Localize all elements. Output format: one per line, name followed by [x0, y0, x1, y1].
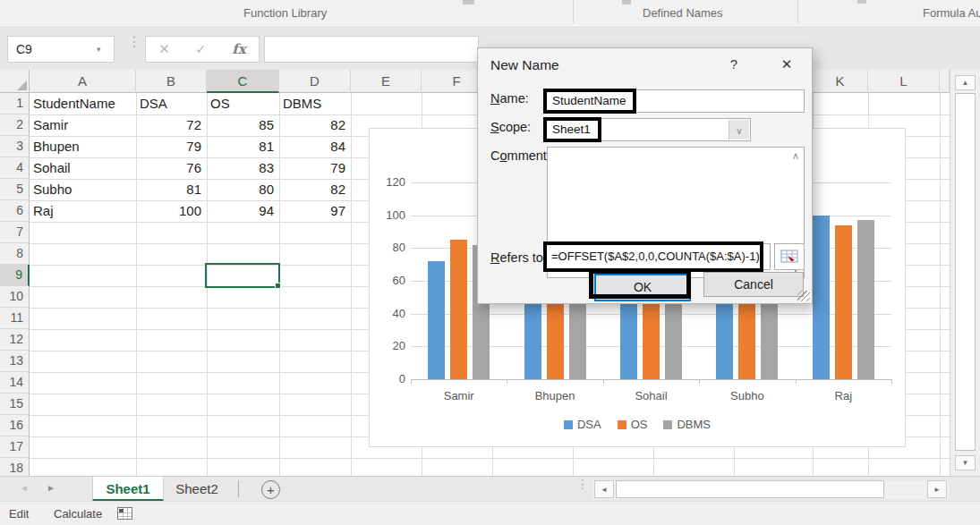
refers-to-value[interactable]: =OFFSET($A$2,0,0,COUNTA($A:$A)-1) [547, 245, 760, 267]
formula-input[interactable] [264, 36, 479, 63]
cell-D5[interactable]: 82 [279, 179, 350, 199]
column-header-a[interactable]: A [30, 70, 136, 93]
name-box-dropdown-icon[interactable]: ▾ [97, 45, 101, 54]
cell-B3[interactable]: 79 [136, 136, 206, 157]
cell-B2[interactable]: 72 [136, 114, 206, 135]
scroll-up-arrow-icon[interactable]: ▲ [955, 75, 976, 90]
fill-handle[interactable] [275, 283, 281, 289]
tab-sheet1[interactable]: Sheet1 [92, 477, 164, 502]
range-selector-icon [780, 250, 798, 264]
row-header-11[interactable]: 11 [0, 308, 30, 329]
bar-dsa-raj [813, 216, 830, 379]
scroll-right-arrow-icon[interactable]: ► [927, 480, 947, 498]
selected-cell-outline [205, 263, 280, 288]
vertical-scroll-thumb[interactable] [955, 93, 976, 451]
vertical-scrollbar[interactable]: ▲ ▼ [950, 70, 980, 476]
help-icon[interactable]: ? [725, 56, 743, 72]
scope-dropdown-icon[interactable]: ∨ [729, 120, 749, 140]
scope-value[interactable]: Sheet1 [547, 121, 598, 139]
cell-C5[interactable]: 80 [207, 179, 278, 199]
cell-C3[interactable]: 81 [207, 136, 278, 157]
add-sheet-button[interactable]: + [261, 480, 280, 499]
cell-A4[interactable]: Sohail [30, 157, 135, 178]
cell-D2[interactable]: 82 [279, 114, 350, 135]
cell-D6[interactable]: 97 [279, 200, 350, 221]
column-header-e[interactable]: E [351, 70, 422, 93]
cell-C2[interactable]: 85 [207, 114, 278, 135]
collapse-dialog-button[interactable] [774, 243, 805, 270]
cell-C1[interactable]: OS [207, 93, 278, 114]
tab-divider [238, 480, 239, 497]
formula-bar-splitter-icon[interactable]: ⋮ [127, 39, 141, 45]
cell-A2[interactable]: Samir [30, 114, 135, 135]
x-axis-tick [699, 379, 700, 384]
cell-C6[interactable]: 94 [207, 200, 278, 221]
row-header-13[interactable]: 13 [0, 351, 30, 372]
row-header-6[interactable]: 6 [0, 200, 30, 222]
prev-sheet-icon[interactable]: ◄ [20, 483, 29, 493]
new-name-dialog: New Name ? ✕ Name: StudentName Scope: ∨ … [477, 47, 813, 304]
ribbon-group-function-library: Function Library [243, 6, 327, 20]
x-axis-tick [891, 379, 892, 384]
row-header-14[interactable]: 14 [0, 372, 30, 394]
cell-A3[interactable]: Bhupen [30, 136, 135, 157]
cancel-entry-icon[interactable]: ✕ [158, 41, 170, 57]
select-all-corner[interactable] [0, 70, 30, 93]
insert-function-icon[interactable]: fx [232, 41, 245, 57]
cell-D3[interactable]: 84 [279, 136, 350, 157]
scroll-down-arrow-icon[interactable]: ▼ [955, 455, 976, 470]
tab-sheet2[interactable]: Sheet2 [165, 477, 229, 502]
row-header-1[interactable]: 1 [0, 93, 30, 114]
row-header-12[interactable]: 12 [0, 329, 30, 351]
legend-swatch-icon [564, 420, 573, 429]
sheet-tab-strip: ◄ ► Sheet1 Sheet2 + ⋮ ◄ ► [0, 476, 980, 501]
horizontal-scrollbar[interactable]: ◄ ► [592, 480, 949, 499]
row-header-10[interactable]: 10 [0, 286, 30, 308]
tab-scrollbar-splitter-icon[interactable]: ⋮ [576, 482, 589, 487]
ribbon-group-divider [797, 0, 798, 23]
row-header-9[interactable]: 9 [0, 265, 30, 286]
row-header-2[interactable]: 2 [0, 114, 30, 136]
row-header-7[interactable]: 7 [0, 222, 30, 243]
ribbon-group-formula-auditing: Formula Au [923, 6, 980, 20]
x-axis-tick [411, 379, 412, 384]
row-header-5[interactable]: 5 [0, 179, 30, 200]
column-header-k[interactable]: K [813, 70, 868, 93]
macro-record-icon[interactable] [117, 507, 132, 520]
cell-A6[interactable]: Raj [30, 200, 135, 221]
column-header-b[interactable]: B [136, 70, 207, 93]
next-sheet-icon[interactable]: ► [47, 483, 55, 493]
cell-B1[interactable]: DSA [136, 93, 206, 114]
cell-B6[interactable]: 100 [136, 200, 206, 221]
cell-C4[interactable]: 83 [207, 157, 278, 178]
row-header-3[interactable]: 3 [0, 136, 30, 157]
text-cursor [761, 250, 762, 262]
row-header-8[interactable]: 8 [0, 243, 30, 265]
horizontal-scroll-thumb[interactable] [616, 480, 884, 498]
cell-A1[interactable]: StudentName [30, 93, 135, 114]
column-header-c[interactable]: C [207, 70, 279, 93]
column-header-l[interactable]: L [868, 70, 940, 93]
cell-B5[interactable]: 81 [136, 179, 206, 199]
cell-B4[interactable]: 76 [136, 157, 206, 178]
scroll-up-icon[interactable]: ∧ [792, 150, 799, 162]
cell-D1[interactable]: DBMS [279, 93, 350, 114]
scroll-left-arrow-icon[interactable]: ◄ [594, 480, 614, 498]
close-icon[interactable]: ✕ [775, 55, 798, 74]
enter-entry-icon[interactable]: ✓ [195, 41, 207, 57]
y-axis-tick-label: 80 [371, 241, 405, 254]
name-field-value[interactable]: StudentName [547, 92, 633, 110]
cell-A5[interactable]: Subho [30, 179, 135, 199]
row-header-18[interactable]: 18 [0, 458, 30, 476]
row-header-16[interactable]: 16 [0, 415, 30, 436]
status-calculate[interactable]: Calculate [54, 507, 102, 521]
x-axis-line [411, 379, 891, 380]
cancel-button[interactable]: Cancel [703, 272, 804, 297]
row-header-17[interactable]: 17 [0, 436, 30, 458]
row-header-15[interactable]: 15 [0, 394, 30, 415]
resize-grip[interactable] [797, 291, 810, 301]
column-header-partial[interactable] [940, 70, 950, 93]
row-header-4[interactable]: 4 [0, 157, 30, 179]
column-header-d[interactable]: D [279, 70, 351, 93]
cell-D4[interactable]: 79 [279, 157, 350, 178]
